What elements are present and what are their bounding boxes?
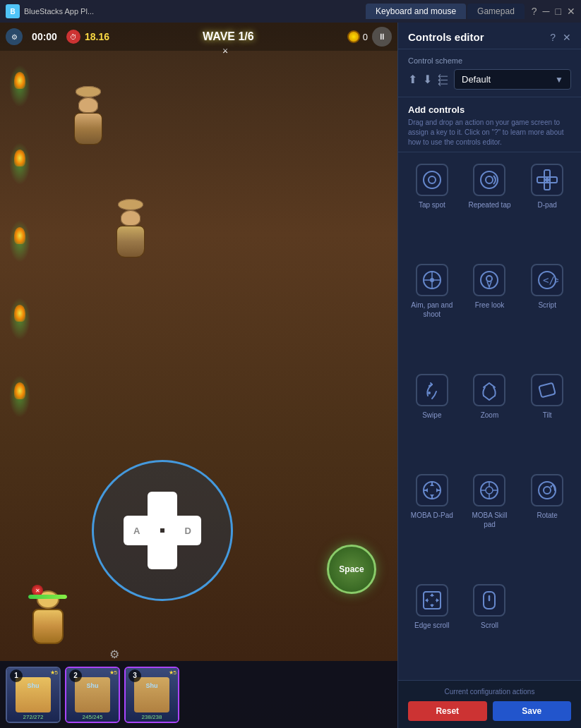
control-moba-dpad[interactable]: MOBA D-Pad bbox=[404, 467, 460, 575]
free-look-label: Free look bbox=[475, 301, 505, 310]
panel-close-icon[interactable]: ✕ bbox=[563, 32, 571, 43]
svg-marker-21 bbox=[436, 488, 439, 492]
scheme-value: Default bbox=[462, 74, 491, 85]
svg-marker-19 bbox=[430, 495, 434, 497]
dpad-right[interactable]: D bbox=[164, 516, 201, 545]
space-button[interactable]: Space bbox=[327, 545, 376, 594]
svg-marker-18 bbox=[430, 483, 434, 486]
control-aim-pan-shoot[interactable]: Aim, pan and shoot bbox=[404, 257, 460, 365]
script-label: Script bbox=[538, 301, 556, 310]
settings-hud-icon[interactable]: ⚙ bbox=[6, 28, 23, 45]
save-button[interactable]: Save bbox=[493, 701, 572, 721]
control-script[interactable]: </> Script bbox=[519, 257, 575, 365]
export-icon[interactable]: ⬇ bbox=[423, 73, 432, 86]
card-stars-1: ★5 bbox=[50, 669, 58, 676]
dpad-label: D-pad bbox=[538, 200, 557, 210]
minimize-icon[interactable]: ─ bbox=[543, 6, 550, 17]
svg-point-1 bbox=[429, 176, 436, 183]
maximize-icon[interactable]: □ bbox=[556, 6, 561, 17]
dpad-cross: A D bbox=[124, 492, 201, 569]
card-name-1: Shu bbox=[7, 682, 59, 689]
dpad-icon bbox=[531, 164, 563, 196]
scroll-label: Scroll bbox=[481, 621, 498, 630]
svg-text:</>: </> bbox=[543, 274, 558, 286]
control-dpad[interactable]: D-pad bbox=[519, 157, 575, 255]
timer-icon: ⏱ bbox=[66, 30, 80, 44]
edge-scroll-label: Edge scroll bbox=[414, 621, 449, 630]
dpad-key-d: D bbox=[185, 526, 191, 536]
gold-amount: 0 bbox=[363, 32, 368, 42]
title-tabs: Keyboard and mouse Gamepad bbox=[366, 4, 525, 19]
aim-pan-shoot-icon bbox=[416, 264, 448, 296]
help-icon[interactable]: ? bbox=[532, 6, 537, 17]
card-stars-3: ★5 bbox=[169, 669, 176, 676]
svg-point-3 bbox=[486, 176, 493, 183]
add-controls-section: Add controls Drag and drop an action on … bbox=[398, 97, 581, 152]
tilt-label: Tilt bbox=[543, 411, 552, 420]
panel-header-icons: ? ✕ bbox=[550, 32, 571, 43]
control-swipe[interactable]: Swipe bbox=[404, 367, 460, 466]
rotate-label: Rotate bbox=[537, 511, 557, 520]
cards-bar: 1 Shu ★5 272/272 2 Shu ★5 245/245 3 Shu bbox=[0, 661, 397, 728]
svg-marker-35 bbox=[436, 598, 439, 602]
player-health-bar bbox=[28, 595, 67, 599]
swipe-label: Swipe bbox=[422, 411, 441, 420]
bottom-gear-icon[interactable]: ⚙ bbox=[109, 648, 119, 661]
player-character: ✕ bbox=[28, 590, 67, 636]
dpad-key-a: A bbox=[133, 526, 140, 536]
scheme-dropdown[interactable]: Default ▼ bbox=[454, 69, 571, 90]
gold-coin-icon bbox=[347, 30, 360, 43]
dpad-left[interactable]: A bbox=[124, 516, 160, 545]
add-controls-title: Add controls bbox=[408, 104, 571, 115]
control-free-look[interactable]: Free look bbox=[462, 257, 518, 365]
script-icon: </> bbox=[531, 264, 563, 296]
card-hp-3: 238/238 bbox=[126, 714, 178, 720]
svg-point-15 bbox=[428, 392, 431, 394]
pause-button[interactable]: ⏸ bbox=[372, 27, 392, 47]
panel-title: Controls editor bbox=[408, 31, 484, 43]
gold-display: 0 bbox=[347, 30, 368, 43]
panel-help-icon[interactable]: ? bbox=[550, 32, 556, 43]
svg-rect-16 bbox=[539, 382, 555, 397]
reset-button[interactable]: Reset bbox=[408, 701, 487, 721]
card-name-2: Shu bbox=[66, 682, 119, 689]
svg-marker-20 bbox=[425, 488, 428, 492]
panel-header: Controls editor ? ✕ bbox=[398, 23, 581, 49]
footer-buttons: Reset Save bbox=[408, 701, 571, 721]
dpad-circle: A D bbox=[92, 460, 233, 601]
zoom-icon bbox=[473, 374, 505, 406]
control-repeated-tap[interactable]: Repeated tap bbox=[462, 157, 518, 255]
control-scroll[interactable]: Scroll bbox=[462, 577, 518, 676]
app-name: BlueStacks App Pl... bbox=[24, 7, 366, 16]
player-health-fill bbox=[28, 595, 67, 599]
svg-point-10 bbox=[430, 278, 434, 282]
card-slot-2[interactable]: 2 Shu ★5 245/245 bbox=[65, 667, 120, 723]
svg-marker-33 bbox=[430, 605, 434, 607]
game-content: ✕ × A bbox=[0, 51, 397, 657]
controls-grid: Tap spot Repeated tap bbox=[398, 152, 581, 680]
import-icon[interactable]: ⬆ bbox=[408, 73, 417, 86]
scroll-icon bbox=[473, 584, 505, 617]
card-number-1: 1 bbox=[10, 669, 23, 682]
svg-point-6 bbox=[545, 178, 549, 182]
control-edge-scroll[interactable]: Edge scroll bbox=[404, 577, 460, 676]
dpad-control[interactable]: A D bbox=[92, 460, 233, 601]
card-slot-3[interactable]: 3 Shu ★5 238/238 bbox=[124, 667, 179, 723]
control-tilt[interactable]: Tilt bbox=[519, 367, 575, 466]
tab-keyboard[interactable]: Keyboard and mouse bbox=[366, 4, 466, 19]
close-window-icon[interactable]: ✕ bbox=[567, 6, 575, 17]
control-rotate[interactable]: Rotate bbox=[519, 467, 575, 575]
repeated-tap-label: Repeated tap bbox=[468, 200, 510, 210]
card-slot-1[interactable]: 1 Shu ★5 272/272 bbox=[6, 667, 61, 723]
share-icon[interactable]: ⬱ bbox=[438, 73, 448, 86]
control-tap-spot[interactable]: Tap spot bbox=[404, 157, 460, 255]
dpad-close-button[interactable]: × bbox=[222, 45, 392, 461]
control-zoom[interactable]: Zoom bbox=[462, 367, 518, 466]
moba-skill-label: MOBA Skill pad bbox=[466, 511, 514, 529]
footer-label: Current configuration actions bbox=[408, 688, 571, 696]
svg-marker-32 bbox=[430, 593, 434, 596]
title-bar: B BlueStacks App Pl... Keyboard and mous… bbox=[0, 0, 581, 23]
control-moba-skill[interactable]: MOBA Skill pad bbox=[462, 467, 518, 575]
moba-dpad-label: MOBA D-Pad bbox=[411, 511, 453, 520]
tab-gamepad[interactable]: Gamepad bbox=[467, 4, 525, 19]
